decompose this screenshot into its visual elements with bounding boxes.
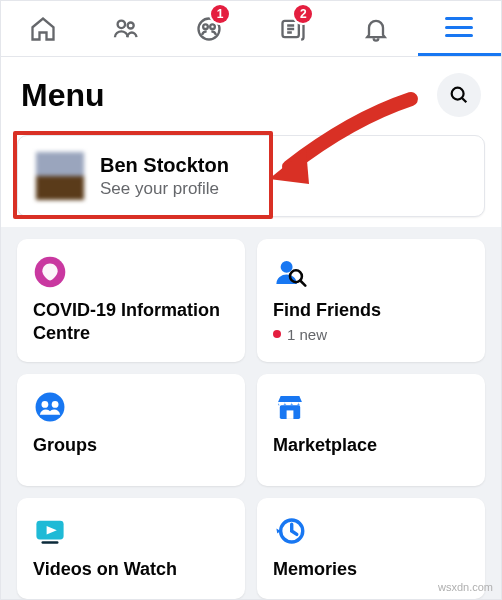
menu-grid: COVID-19 Information Centre Find Friends… (17, 239, 485, 599)
tile-label: Find Friends (273, 299, 469, 322)
svg-rect-15 (287, 410, 294, 419)
tile-find-friends[interactable]: Find Friends 1 new (257, 239, 485, 362)
find-friends-icon (273, 255, 307, 289)
svg-point-0 (118, 20, 125, 27)
svg-point-9 (281, 261, 293, 273)
avatar (36, 152, 84, 200)
tile-label: Marketplace (273, 434, 469, 457)
tile-groups[interactable]: Groups (17, 374, 245, 486)
menu-grid-area: COVID-19 Information Centre Find Friends… (1, 227, 501, 600)
tile-covid[interactable]: COVID-19 Information Centre (17, 239, 245, 362)
profile-text: Ben Stockton See your profile (100, 154, 229, 199)
search-icon (448, 84, 470, 106)
profile-card[interactable]: Ben Stockton See your profile (17, 135, 485, 217)
tile-watch[interactable]: Videos on Watch (17, 498, 245, 599)
top-navbar: 1 2 (1, 1, 501, 57)
tile-subtext: 1 new (273, 326, 469, 343)
svg-point-3 (203, 24, 208, 29)
tile-label: COVID-19 Information Centre (33, 299, 229, 344)
profile-subtitle: See your profile (100, 179, 229, 199)
watch-icon (33, 514, 67, 548)
svg-point-4 (210, 24, 215, 29)
hamburger-icon (445, 17, 473, 37)
menu-header: Menu (1, 57, 501, 129)
profile-name: Ben Stockton (100, 154, 229, 177)
svg-point-12 (42, 401, 49, 408)
svg-point-11 (36, 393, 65, 422)
svg-rect-18 (42, 541, 59, 544)
nav-news[interactable]: 2 (251, 1, 334, 56)
nav-menu[interactable] (418, 1, 501, 56)
search-button[interactable] (437, 73, 481, 117)
page-title: Menu (21, 77, 105, 114)
bell-icon (362, 15, 390, 43)
tile-label: Memories (273, 558, 469, 581)
friends-icon (112, 15, 140, 43)
groups-icon (33, 390, 67, 424)
news-badge: 2 (294, 5, 312, 23)
marketplace-icon (273, 390, 307, 424)
svg-point-6 (452, 88, 464, 100)
svg-point-1 (128, 22, 134, 28)
nav-groups[interactable]: 1 (168, 1, 251, 56)
nav-friends[interactable] (84, 1, 167, 56)
home-icon (29, 15, 57, 43)
watermark: wsxdn.com (438, 581, 493, 593)
tile-label: Groups (33, 434, 229, 457)
groups-badge: 1 (211, 5, 229, 23)
nav-home[interactable] (1, 1, 84, 56)
svg-point-13 (52, 401, 59, 408)
tile-label: Videos on Watch (33, 558, 229, 581)
tile-marketplace[interactable]: Marketplace (257, 374, 485, 486)
covid-icon (33, 255, 67, 289)
memories-icon (273, 514, 307, 548)
nav-notifications[interactable] (334, 1, 417, 56)
new-dot-icon (273, 330, 281, 338)
